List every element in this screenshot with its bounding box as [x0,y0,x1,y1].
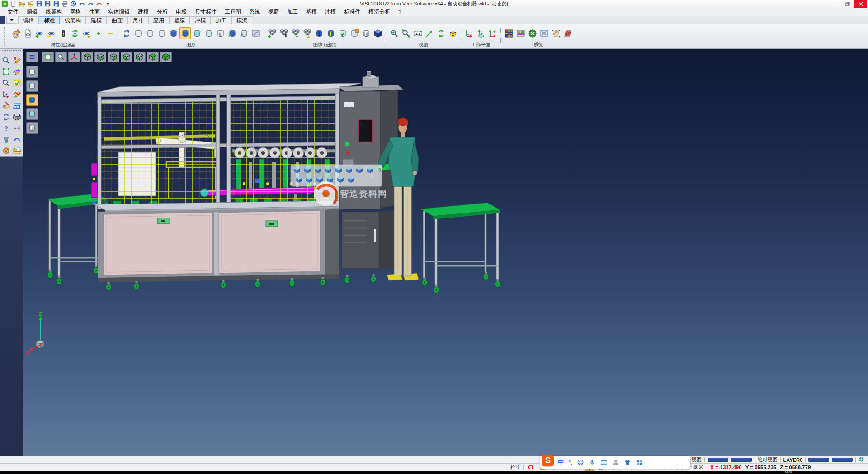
tab-3[interactable]: 线架构 [60,16,86,24]
zoom-inout-icon[interactable]: ± [0,77,11,89]
open-document-icon[interactable] [11,145,22,156]
cubes-plusminus-icon[interactable]: ± [302,27,313,39]
save-all-icon[interactable] [52,0,60,8]
cyl-outline-icon[interactable] [132,27,144,39]
cubes-refresh-icon[interactable] [290,27,301,39]
linestyle-bar[interactable] [731,458,752,462]
ime-item-3[interactable] [577,459,584,466]
spline-pencil-icon[interactable] [11,89,22,100]
help-question-icon[interactable]: ? [0,123,11,134]
ribbon-handle[interactable] [4,27,7,46]
menu-item-19[interactable]: ? [394,9,406,15]
traffic-light-icon[interactable] [57,27,69,39]
shade-light-button[interactable] [26,108,38,120]
view-iso-button[interactable] [160,52,172,62]
zoom-in-icon[interactable] [388,27,400,39]
tab-1[interactable]: 编辑 [18,16,39,24]
redo-icon[interactable] [87,0,94,8]
tab-10[interactable]: 加工 [211,16,231,24]
globe-icon[interactable] [859,456,864,463]
menu-item-14[interactable]: 加工 [283,8,302,16]
new-file-icon[interactable] [9,0,17,8]
palette-brush-icon[interactable] [10,27,22,39]
view-top-button[interactable] [81,52,93,62]
menu-item-2[interactable]: 编辑 [23,8,42,16]
select-hand-icon[interactable] [550,27,561,39]
tab-4[interactable]: 建模 [86,16,107,24]
axes-btn-button[interactable] [68,52,80,62]
cyl-wire2-icon[interactable] [360,27,372,39]
save-edit-icon[interactable] [44,0,52,8]
open-file-icon[interactable] [18,0,26,8]
tab-8[interactable]: 塑膜 [169,16,190,24]
menu-item-12[interactable]: 系统 [245,8,264,16]
tab-list-dropdown[interactable] [6,17,17,24]
zoom-dynamic-icon[interactable] [0,55,11,66]
cyl-outline3-icon[interactable] [156,27,167,39]
cyl-copy-icon[interactable] [226,27,238,39]
menu-item-5[interactable]: 曲面 [85,8,104,16]
ime-item-8[interactable] [636,459,643,466]
undo-icon[interactable] [78,0,86,8]
measure-width-icon[interactable] [11,123,22,134]
menu-item-17[interactable]: 标准件 [340,8,364,16]
print-icon[interactable] [61,0,69,8]
tab-5[interactable]: 曲面 [107,16,127,24]
linestyle-bar-2[interactable] [832,458,853,462]
view-back-button[interactable] [147,52,159,62]
close-button[interactable] [854,0,867,8]
wp-axes-icon[interactable] [463,27,475,39]
minus-yellow-icon[interactable] [104,27,116,39]
menu-item-18[interactable]: 模流分析 [364,8,394,16]
cyl-stripe-icon[interactable] [325,27,336,39]
refresh-blue2-icon[interactable] [0,111,11,123]
cyl-section-icon[interactable] [313,27,325,39]
edit-pencil-icon[interactable] [11,66,22,77]
menu-item-6[interactable]: 实体编辑 [104,8,134,16]
refresh-view-icon[interactable] [435,27,447,39]
screen-config-icon[interactable] [538,27,550,39]
ime-item-2[interactable]: °, [568,459,572,466]
confirm-check-icon[interactable] [11,77,22,89]
shade-outline-2-button[interactable] [26,80,38,92]
ime-item-5[interactable] [600,459,608,466]
view-front-button[interactable] [121,52,132,62]
viewport[interactable]: ? 智造资料网 Z [23,49,868,456]
wp-plane-icon[interactable] [475,27,486,39]
ime-item-1[interactable]: 中 [558,458,564,466]
minimize-button[interactable] [828,0,841,8]
helm-wheel-icon[interactable] [0,145,11,156]
zoom-window-btn-button[interactable] [42,52,54,62]
eye-add-icon[interactable] [34,27,45,39]
preview-clock-icon[interactable] [70,0,77,8]
cyl-blue-active-icon[interactable] [179,27,191,39]
undo-arrow-icon[interactable] [11,134,22,145]
view-menu-button[interactable] [26,52,38,62]
shade-outline-1-button[interactable] [26,66,38,78]
cyl-wire-icon[interactable] [215,27,226,39]
page-eye-icon[interactable] [22,27,33,39]
ime-item-4[interactable] [589,459,596,466]
view-bottom-button[interactable] [94,52,106,62]
tab-2[interactable]: 标准 [39,16,60,24]
tab-11[interactable]: 模流 [231,16,252,24]
cube-shaded-icon[interactable] [372,27,383,39]
solid-cube-icon[interactable] [11,111,22,123]
layer-label[interactable]: LAYER0 [783,457,802,463]
open-folder-icon[interactable] [27,0,34,8]
shade-tools-icon[interactable] [250,27,261,39]
ime-item-7[interactable] [624,459,631,466]
history-icon[interactable] [95,0,103,8]
menu-item-16[interactable]: 冲模 [321,8,340,16]
lock-toggle[interactable]: 拴牢 [510,464,521,471]
view-left-button[interactable] [134,52,146,62]
wp-align-icon[interactable] [487,27,498,39]
axes-move-icon[interactable] [0,89,11,100]
tab-7[interactable]: 应用 [148,16,169,24]
view-right-button[interactable] [108,52,119,62]
color-grid-icon[interactable] [503,27,514,39]
ime-item-6[interactable] [612,459,619,466]
menu-item-9[interactable]: 电极 [172,8,191,16]
ime-logo[interactable]: S [542,455,554,466]
visi-logo-icon[interactable]: V [1,0,9,8]
